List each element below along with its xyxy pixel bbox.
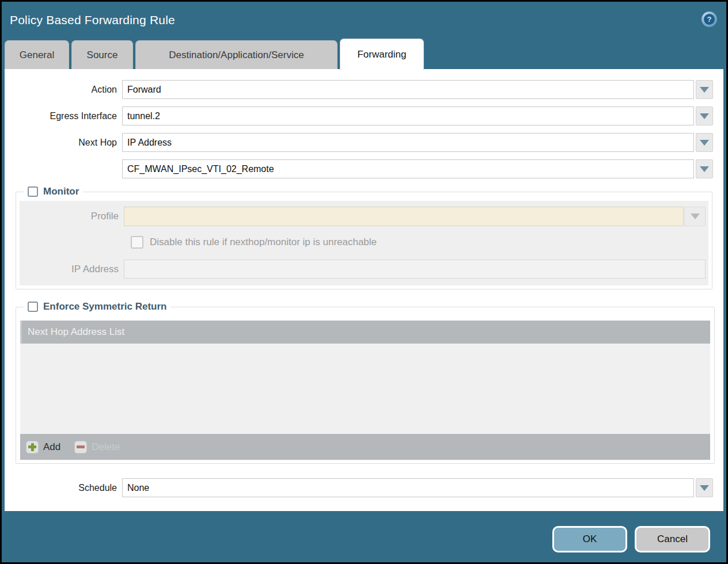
next-hop-type-select[interactable]: IP Address <box>122 133 694 152</box>
tab-source[interactable]: Source <box>71 40 133 69</box>
ok-button[interactable]: OK <box>552 526 627 552</box>
add-button-label: Add <box>43 441 60 453</box>
disable-rule-label: Disable this rule if nexthop/monitor ip … <box>150 237 377 248</box>
monitor-panel: Profile Disable this rule if nexthop/mon… <box>20 201 708 285</box>
action-row: Action Forward <box>5 80 723 99</box>
egress-interface-dropdown-button[interactable] <box>696 106 713 125</box>
tab-forwarding[interactable]: Forwarding <box>340 39 424 70</box>
tab-general[interactable]: General <box>5 40 69 69</box>
chevron-down-icon <box>700 166 709 172</box>
chevron-down-icon <box>691 214 700 219</box>
chevron-down-icon <box>700 113 709 119</box>
profile-row: Profile <box>20 207 708 226</box>
tab-destination-application-service[interactable]: Destination/Application/Service <box>135 40 338 69</box>
profile-dropdown-button <box>684 207 706 226</box>
delete-button-label: Delete <box>92 441 120 453</box>
next-hop-address-table-header: Next Hop Address List <box>20 321 710 344</box>
help-button[interactable]: ? <box>702 12 717 27</box>
next-hop-dropdown-button[interactable] <box>696 133 713 152</box>
symmetric-return-fieldset: Enforce Symmetric Return Next Hop Addres… <box>16 301 715 464</box>
chevron-down-icon <box>700 485 709 491</box>
tab-bar: General Source Destination/Application/S… <box>2 39 726 69</box>
schedule-select[interactable]: None <box>122 478 694 497</box>
symmetric-return-checkbox[interactable] <box>28 302 38 312</box>
schedule-row: Schedule None <box>5 478 723 497</box>
symmetric-return-legend: Enforce Symmetric Return <box>24 301 170 313</box>
schedule-dropdown-button[interactable] <box>696 478 713 497</box>
monitor-fieldset: Monitor Profile Disable this rule if nex… <box>16 186 712 289</box>
next-hop-address-table-body[interactable] <box>20 344 710 434</box>
disable-rule-checkbox <box>131 236 143 249</box>
next-hop-address-table: Next Hop Address List Add Delete <box>20 321 710 460</box>
help-icon: ? <box>704 14 715 25</box>
egress-interface-label: Egress Interface <box>5 111 122 121</box>
plus-icon <box>26 441 39 454</box>
action-dropdown-button[interactable] <box>696 80 713 99</box>
profile-select <box>124 207 684 226</box>
add-button[interactable]: Add <box>26 441 60 454</box>
chevron-down-icon <box>700 87 709 93</box>
next-hop-address-row: CF_MWAN_IPsec_VTI_02_Remote <box>5 159 723 178</box>
symmetric-return-legend-label: Enforce Symmetric Return <box>43 301 166 313</box>
egress-interface-select[interactable]: tunnel.2 <box>122 106 694 125</box>
policy-based-forwarding-dialog: Policy Based Forwarding Rule ? General S… <box>0 0 728 564</box>
profile-label: Profile <box>20 211 124 222</box>
disable-rule-row: Disable this rule if nexthop/monitor ip … <box>131 236 708 249</box>
next-hop-address-table-toolbar: Add Delete <box>20 434 710 460</box>
forwarding-tab-panel: Action Forward Egress Interface tunnel.2… <box>5 69 723 511</box>
dialog-footer: OK Cancel <box>2 511 726 562</box>
action-select[interactable]: Forward <box>122 80 694 99</box>
cancel-button[interactable]: Cancel <box>635 526 710 552</box>
egress-interface-row: Egress Interface tunnel.2 <box>5 106 723 125</box>
next-hop-address-select[interactable]: CF_MWAN_IPsec_VTI_02_Remote <box>122 159 694 178</box>
schedule-label: Schedule <box>5 483 122 493</box>
monitor-ip-address-input <box>124 260 706 279</box>
delete-button: Delete <box>74 441 120 454</box>
chevron-down-icon <box>700 140 709 146</box>
dialog-titlebar: Policy Based Forwarding Rule ? <box>2 2 726 39</box>
action-label: Action <box>5 85 122 95</box>
dialog-title: Policy Based Forwarding Rule <box>10 13 175 27</box>
monitor-ip-address-label: IP Address <box>20 264 124 275</box>
next-hop-row: Next Hop IP Address <box>5 133 723 152</box>
monitor-checkbox[interactable] <box>28 186 38 197</box>
monitor-legend: Monitor <box>24 186 83 197</box>
monitor-legend-label: Monitor <box>43 186 79 197</box>
minus-icon <box>74 441 87 454</box>
next-hop-address-dropdown-button[interactable] <box>696 159 713 178</box>
next-hop-label: Next Hop <box>5 138 122 148</box>
monitor-ip-address-row: IP Address <box>20 260 708 279</box>
